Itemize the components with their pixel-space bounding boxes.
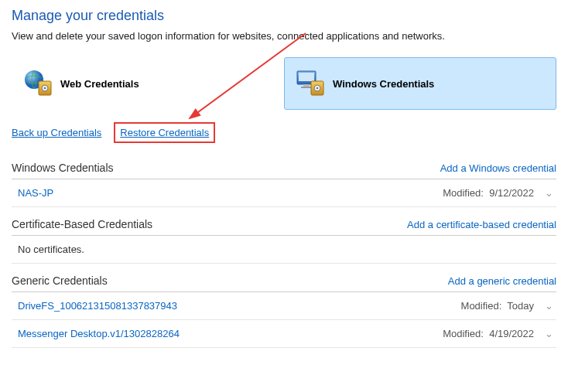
modified-label: Modified:	[461, 300, 502, 312]
credential-name: Messenger Desktop.v1/1302828264	[18, 328, 180, 339]
credential-links: Back up Credentials Restore Credentials	[12, 122, 556, 143]
tab-web-credentials[interactable]: Web Credentials	[12, 57, 284, 110]
svg-rect-5	[299, 73, 314, 81]
annotation-highlight: Restore Credentials	[114, 122, 215, 143]
section-generic-credentials: Generic Credentials Add a generic creden…	[12, 274, 556, 348]
monitor-safe-icon	[294, 69, 328, 98]
chevron-down-icon[interactable]: ⌄	[545, 328, 553, 339]
modified-date: 4/19/2022	[489, 328, 534, 339]
section-certificate-credentials: Certificate-Based Credentials Add a cert…	[12, 218, 556, 264]
modified-label: Modified:	[443, 328, 484, 339]
tab-label-web: Web Credentials	[60, 78, 139, 90]
section-windows-credentials: Windows Credentials Add a Windows creden…	[12, 162, 556, 207]
credential-name: NAS-JP	[18, 187, 53, 199]
page-subtitle: View and delete your saved logon informa…	[12, 30, 556, 42]
tab-windows-credentials[interactable]: Windows Credentials	[284, 57, 556, 110]
section-title-generic: Generic Credentials	[12, 274, 108, 287]
section-title-windows: Windows Credentials	[12, 162, 114, 174]
chevron-down-icon[interactable]: ⌄	[545, 300, 553, 312]
credential-name: DriveFS_100621315081337837943	[18, 300, 177, 312]
svg-point-3	[44, 87, 46, 90]
modified-date: Today	[507, 300, 534, 312]
credential-item[interactable]: DriveFS_100621315081337837943 Modified: …	[12, 292, 556, 320]
svg-rect-6	[303, 84, 310, 87]
tab-label-windows: Windows Credentials	[333, 78, 434, 90]
credential-tabs: Web Credentials Windows Credentials	[12, 57, 556, 110]
svg-point-10	[317, 87, 319, 90]
globe-safe-icon	[22, 69, 56, 98]
modified-label: Modified:	[443, 187, 484, 199]
restore-credentials-link[interactable]: Restore Credentials	[120, 127, 209, 138]
chevron-down-icon[interactable]: ⌄	[545, 187, 553, 199]
svg-rect-7	[301, 87, 312, 88]
add-windows-credential-link[interactable]: Add a Windows credential	[440, 162, 556, 174]
section-title-cert: Certificate-Based Credentials	[12, 218, 152, 230]
modified-date: 9/12/2022	[489, 187, 534, 199]
page-title: Manage your credentials	[12, 8, 556, 24]
add-generic-credential-link[interactable]: Add a generic credential	[448, 275, 556, 287]
credential-item[interactable]: Messenger Desktop.v1/1302828264 Modified…	[12, 320, 556, 348]
empty-state: No certificates.	[12, 236, 556, 264]
add-certificate-credential-link[interactable]: Add a certificate-based credential	[407, 219, 556, 230]
credential-item[interactable]: NAS-JP Modified: 9/12/2022 ⌄	[12, 179, 556, 207]
backup-credentials-link[interactable]: Back up Credentials	[12, 127, 101, 138]
